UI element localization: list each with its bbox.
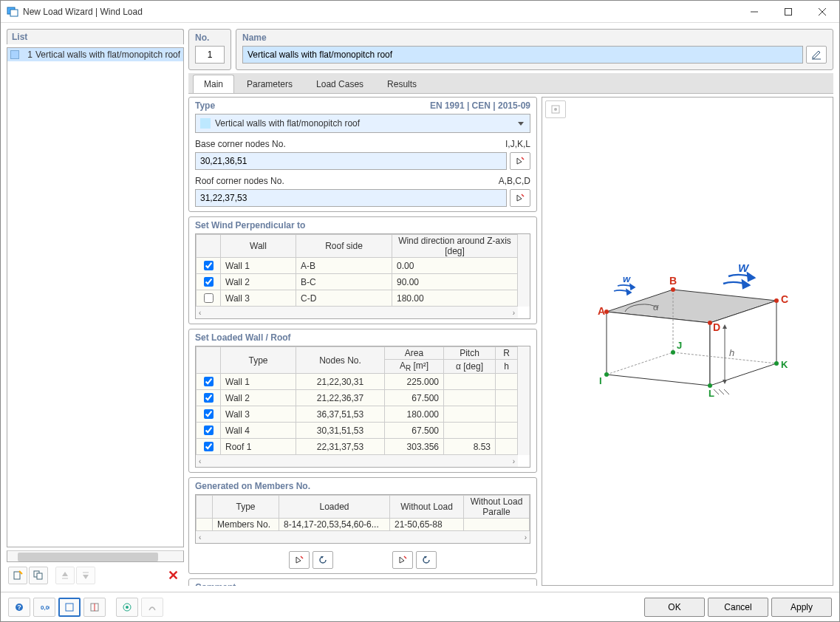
table-row[interactable]: Wall 3 C-D 180.00: [197, 290, 518, 307]
help-button[interactable]: ?: [8, 598, 30, 617]
undo-unloaded-button[interactable]: [416, 551, 437, 569]
maximize-button[interactable]: [771, 1, 805, 23]
undo-loaded-button[interactable]: [313, 551, 333, 569]
name-input[interactable]: [242, 46, 803, 64]
duplicate-button[interactable]: [29, 567, 48, 584]
roof-nodes-label: Roof corner nodes No.: [195, 176, 284, 186]
units-button[interactable]: 0,00: [33, 598, 55, 617]
sort-desc-button[interactable]: [76, 567, 95, 584]
wind-perp-vscroll[interactable]: [518, 234, 530, 307]
settings-button[interactable]: [141, 598, 163, 617]
minimize-button[interactable]: [737, 1, 771, 23]
svg-line-26: [719, 389, 724, 394]
table-row[interactable]: Wall 4 30,31,51,53 67.500: [197, 423, 518, 439]
list-hscroll[interactable]: [7, 550, 184, 562]
pick-loaded-button[interactable]: [289, 551, 310, 569]
table-row[interactable]: Wall 2 21,22,36,37 67.500: [197, 390, 518, 406]
table-row[interactable]: Roof 1 22,31,37,53 303.356 8.53: [197, 439, 518, 455]
svg-text:D: D: [713, 321, 720, 333]
tab-main[interactable]: Main: [193, 75, 234, 93]
list-header: List: [7, 29, 184, 44]
svg-point-56: [554, 108, 557, 111]
wind-perp-table[interactable]: Wall Roof side Wind direction around Z-a…: [196, 234, 518, 307]
tab-load-cases[interactable]: Load Cases: [305, 75, 375, 93]
apply-button[interactable]: Apply: [771, 598, 832, 617]
row-checkbox[interactable]: [204, 261, 214, 270]
svg-line-25: [714, 389, 719, 394]
table-row[interactable]: Wall 1 A-B 0.00: [197, 258, 518, 274]
col-gen-loaded: Loaded: [279, 496, 390, 519]
svg-point-36: [671, 287, 675, 292]
table-row[interactable]: Wall 3 36,37,51,53 180.000: [197, 406, 518, 423]
app-icon: [7, 6, 18, 18]
col-lw-r: R: [496, 347, 518, 360]
view-mode-2-button[interactable]: [83, 598, 106, 617]
roof-nodes-input[interactable]: [195, 189, 507, 207]
type-combo[interactable]: Vertical walls with flat/monopitch roof: [195, 114, 530, 133]
row-checkbox[interactable]: [204, 277, 214, 287]
loaded-wall-hscroll[interactable]: ‹›: [196, 455, 518, 467]
row-checkbox[interactable]: [204, 393, 214, 403]
delete-button[interactable]: ✕: [163, 567, 182, 584]
base-nodes-hint: I,J,K,L: [505, 139, 530, 149]
svg-rect-1: [10, 10, 18, 16]
comment-section: Comment: [188, 578, 537, 586]
col-gen-without-par: Without Load Paralle: [464, 496, 530, 519]
comment-label: Comment: [195, 582, 236, 586]
list-body[interactable]: 1 Vertical walls with flat/monopitch roo…: [7, 47, 184, 547]
footer: ? 0,00 OK Cancel Apply: [1, 592, 839, 621]
pick-unloaded-button[interactable]: [392, 551, 413, 569]
svg-marker-32: [626, 290, 631, 295]
preview-tool-button[interactable]: [545, 100, 566, 118]
type-standard: EN 1991 | CEN | 2015-09: [430, 100, 530, 111]
svg-text:0,00: 0,00: [41, 604, 49, 611]
table-row[interactable]: Wall 2 B-C 90.00: [197, 274, 518, 290]
wind-perp-hscroll[interactable]: ‹›: [196, 307, 518, 318]
close-button[interactable]: [805, 1, 839, 23]
loaded-wall-table[interactable]: Type Nodes No. Area Pitch R AR [m²] α [d…: [196, 346, 518, 455]
loaded-wall-section: Set Loaded Wall / Roof Type Nodes No. Ar: [188, 329, 537, 473]
cancel-button[interactable]: Cancel: [708, 598, 768, 617]
pick-roof-nodes-button[interactable]: [510, 189, 530, 207]
wind-perp-section: Set Wind Perpendicular to Wall Roof side: [188, 216, 537, 324]
col-lw-h: h: [496, 360, 518, 374]
col-lw-pitch-sub: α [deg]: [444, 360, 496, 374]
tab-results[interactable]: Results: [376, 75, 428, 93]
row-checkbox[interactable]: [204, 426, 214, 435]
preview-panel[interactable]: A B C D I J K L α h w W: [542, 97, 833, 586]
type-label: Type: [195, 100, 215, 111]
tab-parameters[interactable]: Parameters: [236, 75, 304, 93]
svg-marker-20: [607, 312, 710, 386]
svg-rect-60: [66, 604, 73, 611]
new-item-button[interactable]: [8, 567, 27, 584]
model-preview-icon: A B C D I J K L α h w W: [577, 260, 799, 423]
table-row[interactable]: Members No. 8-14,17-20,53,54,60-6... 21-…: [197, 519, 530, 531]
row-checkbox[interactable]: [204, 293, 214, 303]
base-nodes-input[interactable]: [195, 152, 507, 170]
loaded-wall-vscroll[interactable]: [518, 346, 530, 455]
row-checkbox[interactable]: [204, 377, 214, 386]
left-panel: List 1 Vertical walls with flat/monopitc…: [7, 29, 184, 586]
no-label: No.: [195, 33, 225, 43]
svg-marker-31: [630, 284, 635, 290]
svg-rect-8: [37, 573, 42, 579]
row-checkbox[interactable]: [204, 442, 214, 451]
generated-table[interactable]: Type Loaded Without Load Without Load Pa…: [196, 495, 530, 531]
col-lw-area: Area: [385, 347, 444, 360]
col-wind-dir: Wind direction around Z-axis [deg]: [392, 235, 518, 258]
pick-base-nodes-button[interactable]: [510, 152, 530, 170]
base-nodes-label: Base corner nodes No.: [195, 139, 286, 149]
svg-text:K: K: [781, 359, 788, 370]
row-checkbox[interactable]: [204, 409, 214, 419]
table-row[interactable]: Wall 1 21,22,30,31 225.000: [197, 374, 518, 390]
col-lw-type: Type: [221, 347, 296, 374]
no-input[interactable]: [195, 46, 225, 64]
edit-name-button[interactable]: [806, 46, 827, 64]
render-button[interactable]: [116, 598, 138, 617]
view-mode-1-button[interactable]: [58, 598, 81, 617]
ok-button[interactable]: OK: [644, 598, 705, 617]
list-item[interactable]: 1 Vertical walls with flat/monopitch roo…: [7, 48, 183, 61]
type-selected: Vertical walls with flat/monopitch roof: [215, 118, 360, 129]
sort-asc-button[interactable]: [55, 567, 75, 584]
generated-hscroll[interactable]: ‹›: [196, 531, 530, 543]
